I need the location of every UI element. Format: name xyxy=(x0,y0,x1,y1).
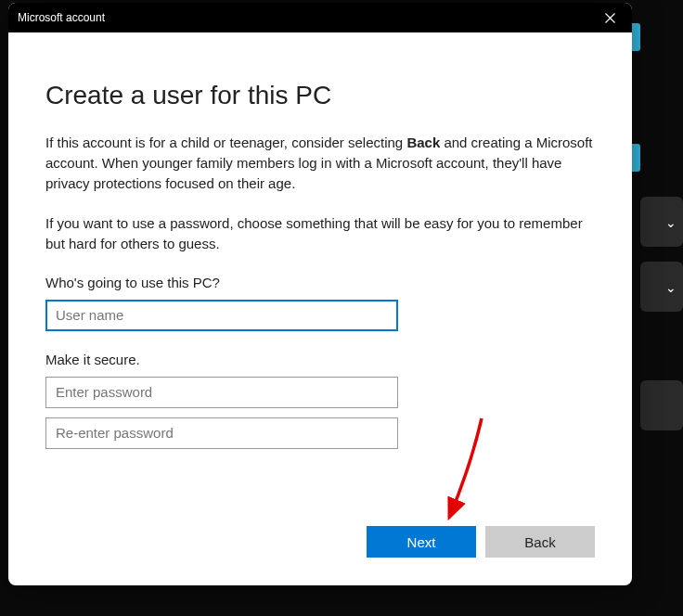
close-icon[interactable] xyxy=(593,5,626,31)
password-section-label: Make it secure. xyxy=(45,352,595,367)
intro-paragraph-1: If this account is for a child or teenag… xyxy=(45,133,595,193)
chevron-down-icon: ⌄ xyxy=(665,215,677,230)
next-button[interactable]: Next xyxy=(367,526,476,558)
intro-paragraph-2: If you want to use a password, choose so… xyxy=(45,213,595,254)
password-confirm-field[interactable] xyxy=(45,417,398,449)
password-field[interactable] xyxy=(45,377,398,408)
back-button[interactable]: Back xyxy=(485,526,595,558)
page-title: Create a user for this PC xyxy=(45,81,595,110)
chevron-down-icon: ⌄ xyxy=(665,280,677,295)
username-field[interactable] xyxy=(45,300,398,331)
microsoft-account-dialog: Microsoft account Create a user for this… xyxy=(8,3,632,585)
window-title: Microsoft account xyxy=(18,11,105,24)
username-label: Who's going to use this PC? xyxy=(45,275,595,290)
titlebar: Microsoft account xyxy=(8,3,632,32)
